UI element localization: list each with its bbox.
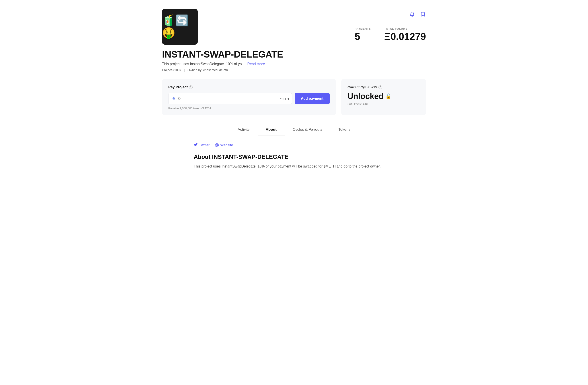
twitter-link[interactable]: Twitter — [194, 143, 210, 147]
chevron-down-icon: ▾ — [280, 97, 281, 100]
payments-stat: PAYMENTS 5 — [355, 27, 371, 42]
add-payment-button[interactable]: Add payment — [295, 93, 330, 104]
project-meta: Project #1097 | Owned by: chasemcdude.et… — [162, 68, 355, 72]
tabs-section: Activity About Cycles & Payouts Tokens — [162, 124, 426, 135]
project-logo: 🧃🔄🤑 — [162, 9, 198, 45]
tabs-row: Activity About Cycles & Payouts Tokens — [162, 124, 426, 135]
eth-logo-icon — [171, 96, 177, 101]
tab-activity[interactable]: Activity — [230, 124, 258, 135]
tab-tokens[interactable]: Tokens — [330, 124, 358, 135]
about-links: Twitter Website — [194, 143, 394, 147]
tab-about[interactable]: About — [258, 124, 285, 135]
project-title: INSTANT-SWAP-DELEGATE — [162, 49, 355, 60]
pay-project-title: Pay Project ? — [168, 85, 330, 89]
payment-amount-input[interactable] — [178, 96, 280, 101]
globe-icon — [215, 143, 219, 147]
notification-bell-button[interactable] — [409, 11, 416, 19]
pay-project-card: Pay Project ? ▾ — [162, 79, 336, 115]
project-id: Project #1097 — [162, 68, 181, 72]
project-owner: Owned by: chasemcdude.eth — [188, 68, 228, 72]
bookmark-button[interactable] — [419, 11, 426, 19]
stats-row: PAYMENTS 5 TOTAL VOLUME Ξ0.01279 — [355, 24, 426, 42]
currency-dropdown-button[interactable]: ▾ ETH — [280, 97, 289, 101]
about-section: Twitter Website About INSTANT-SWAP-DELEG… — [194, 135, 394, 169]
about-title: About INSTANT-SWAP-DELEGATE — [194, 154, 394, 160]
cycle-until: until Cycle #16 — [348, 102, 420, 106]
total-volume-stat: TOTAL VOLUME Ξ0.01279 — [384, 27, 426, 42]
cycle-help-icon[interactable]: ? — [378, 85, 382, 89]
twitter-icon — [194, 143, 198, 147]
cycle-card: Current Cycle: #15 ? Unlocked 🔓 until Cy… — [341, 79, 426, 115]
pay-project-help-icon[interactable]: ? — [189, 85, 192, 89]
header-icons — [409, 9, 426, 19]
payment-input-row: ▾ ETH Add payment — [168, 93, 330, 104]
cycle-title: Current Cycle: #15 ? — [348, 85, 420, 89]
cycle-status: Unlocked 🔓 — [348, 92, 420, 101]
read-more-link[interactable]: Read more — [247, 62, 265, 66]
project-description: This project uses InstantSwapDelegate. 1… — [162, 62, 355, 66]
about-text: This project uses InstantSwapDelegate. 1… — [194, 163, 394, 169]
website-link[interactable]: Website — [215, 143, 233, 147]
payment-input-wrapper: ▾ ETH — [168, 93, 292, 104]
receive-hint: Receive 1,000,000 tokens/1 ETH — [168, 107, 330, 110]
tab-cycles-payouts[interactable]: Cycles & Payouts — [285, 124, 330, 135]
unlock-icon: 🔓 — [385, 93, 391, 99]
